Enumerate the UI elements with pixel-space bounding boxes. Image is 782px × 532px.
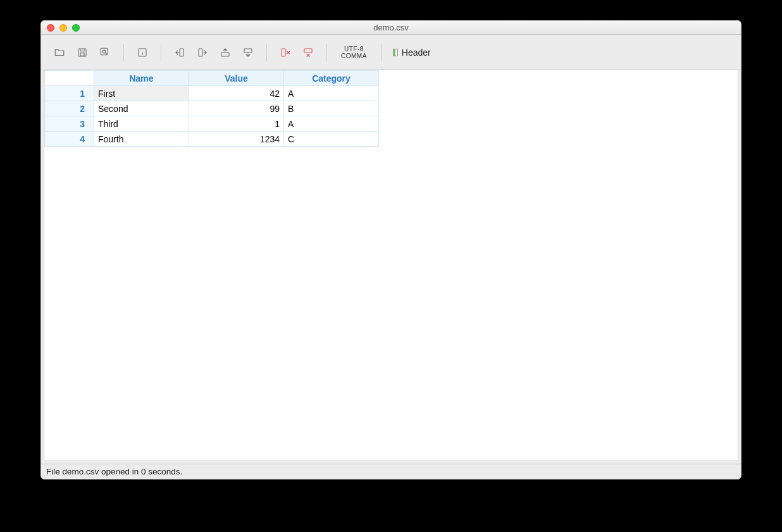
row-number[interactable]: 4: [45, 132, 94, 147]
insert-row-above-button[interactable]: [216, 43, 235, 62]
delete-row-button[interactable]: [299, 43, 318, 62]
cell-value[interactable]: 1234: [189, 132, 284, 147]
corner-cell[interactable]: [45, 71, 94, 86]
svg-rect-10: [304, 49, 312, 53]
insert-column-right-button[interactable]: [193, 43, 212, 62]
encoding-line1: UTF-8: [341, 46, 367, 53]
find-button[interactable]: [96, 43, 115, 62]
folder-icon: [54, 47, 65, 58]
row-number[interactable]: 3: [45, 116, 94, 132]
insert-row-above-icon: [220, 47, 231, 58]
row-number[interactable]: 1: [45, 86, 94, 101]
csv-table: Name Value Category 1 First 42 A 2 Secon…: [44, 70, 379, 147]
delete-row-icon: [302, 47, 314, 58]
window-title: demo.csv: [41, 23, 741, 32]
cell-category[interactable]: C: [284, 132, 379, 147]
header-row-toggle[interactable]: Header: [390, 47, 431, 58]
cell-value[interactable]: 1: [189, 116, 284, 132]
status-text: File demo.csv opened in 0 seconds.: [46, 467, 182, 476]
insert-col-right-icon: [197, 47, 208, 58]
svg-rect-1: [80, 53, 84, 56]
svg-rect-8: [244, 49, 252, 53]
encoding-line2: COMMA: [341, 53, 367, 59]
delete-column-button[interactable]: [276, 43, 295, 62]
toolbar-separator: [123, 44, 124, 61]
toolbar-separator: [266, 44, 267, 61]
search-icon: [99, 47, 111, 58]
info-button[interactable]: [133, 43, 152, 62]
svg-rect-0: [78, 49, 86, 56]
status-bar: File demo.csv opened in 0 seconds.: [41, 464, 741, 479]
table-row[interactable]: 4 Fourth 1234 C: [45, 132, 379, 147]
table-row[interactable]: 3 Third 1 A: [45, 116, 379, 132]
svg-point-3: [102, 50, 106, 53]
delete-col-icon: [280, 47, 291, 58]
save-icon: [77, 47, 88, 58]
app-window: demo.csv: [40, 20, 742, 479]
cell-name[interactable]: Third: [94, 116, 189, 132]
close-window-button[interactable]: [47, 24, 54, 32]
save-file-button[interactable]: [73, 43, 92, 62]
svg-rect-7: [221, 53, 229, 56]
open-file-button[interactable]: [50, 43, 69, 62]
table-row[interactable]: 2 Second 99 B: [45, 101, 379, 116]
toolbar: UTF-8 COMMA Header: [41, 35, 741, 70]
cell-category[interactable]: A: [284, 86, 379, 101]
table-row[interactable]: 1 First 42 A: [45, 86, 379, 101]
header-toggle-label: Header: [402, 47, 431, 58]
spreadsheet-area[interactable]: Name Value Category 1 First 42 A 2 Secon…: [44, 70, 738, 461]
toolbar-separator: [381, 44, 382, 61]
insert-column-left-button[interactable]: [170, 43, 189, 62]
cell-name[interactable]: First: [94, 86, 189, 101]
cell-name[interactable]: Second: [94, 101, 189, 116]
cell-value[interactable]: 99: [189, 101, 284, 116]
window-controls: [41, 24, 80, 32]
cell-category[interactable]: B: [284, 101, 379, 116]
cell-name[interactable]: Fourth: [94, 132, 189, 147]
minimize-window-button[interactable]: [59, 24, 67, 32]
titlebar: demo.csv: [41, 21, 741, 35]
zoom-window-button[interactable]: [72, 24, 80, 32]
table-body: 1 First 42 A 2 Second 99 B 3 Third 1 A: [45, 86, 379, 147]
cell-value[interactable]: 42: [189, 86, 284, 101]
insert-col-left-icon: [174, 47, 185, 58]
column-header-name[interactable]: Name: [94, 71, 189, 86]
insert-row-below-icon: [242, 47, 254, 58]
encoding-indicator[interactable]: UTF-8 COMMA: [336, 46, 372, 59]
column-header-category[interactable]: Category: [284, 71, 379, 86]
insert-row-below-button[interactable]: [239, 43, 258, 62]
column-header-value[interactable]: Value: [189, 71, 284, 86]
svg-rect-9: [282, 49, 285, 56]
cell-category[interactable]: A: [284, 116, 379, 132]
info-icon: [137, 47, 148, 58]
row-number[interactable]: 2: [45, 101, 94, 116]
toolbar-separator: [161, 44, 161, 61]
svg-rect-6: [199, 49, 202, 56]
header-marker-icon: [393, 49, 398, 56]
svg-rect-5: [180, 49, 183, 56]
toolbar-separator: [326, 44, 327, 61]
